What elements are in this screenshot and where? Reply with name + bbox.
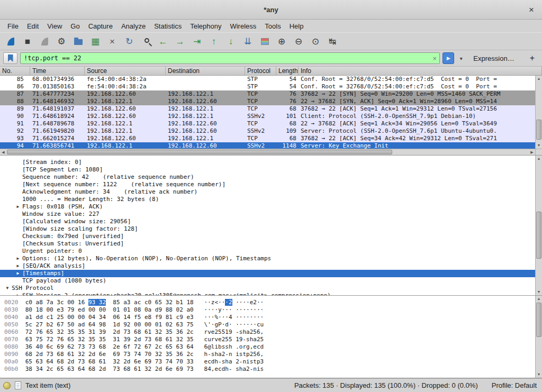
scroll-up-icon[interactable]: ▲: [536, 156, 542, 162]
zoom-in-button[interactable]: ⊕: [273, 34, 290, 49]
column-header-source[interactable]: Source: [85, 67, 166, 75]
start-capture-button[interactable]: [2, 34, 19, 49]
column-header-no[interactable]: No.: [0, 67, 30, 75]
hex-vscrollbar[interactable]: ▲ ▼: [535, 296, 542, 378]
colorize-button[interactable]: [256, 34, 273, 49]
menu-help[interactable]: Help: [285, 21, 308, 32]
detail-line[interactable]: ▶[SEQ/ACK analysis]: [0, 262, 535, 270]
hex-row[interactable]: 0080 36 40 6c 69 62 73 73 68 2e 6f 72 67…: [4, 343, 535, 351]
go-forward-button[interactable]: →: [171, 34, 188, 49]
expand-icon[interactable]: ▶: [14, 203, 22, 211]
detail-line[interactable]: [Stream index: 0]: [0, 159, 535, 166]
go-top-button[interactable]: ↑: [205, 34, 222, 49]
expert-info-icon[interactable]: [3, 382, 11, 389]
packet-list-hscrollbar[interactable]: ◀ ▶: [0, 149, 535, 155]
filter-dropdown-icon[interactable]: ▾: [457, 52, 465, 64]
detail-line[interactable]: ▶SSH Version 2 (encryption:chacha20-poly…: [0, 292, 535, 295]
packet-row[interactable]: 8771.647777234192.168.122.60192.168.122.…: [0, 90, 535, 98]
open-file-button[interactable]: [70, 34, 87, 49]
column-header-destination[interactable]: Destination: [166, 67, 245, 75]
packet-row[interactable]: 9371.662015274192.168.122.60192.168.122.…: [0, 135, 535, 142]
menu-go[interactable]: Go: [66, 21, 84, 32]
menu-wireless[interactable]: Wireless: [225, 21, 260, 32]
detail-line[interactable]: Checksum: 0x79ed [unverified]: [0, 233, 535, 240]
go-back-button[interactable]: ←: [155, 34, 171, 49]
scroll-up-icon[interactable]: ▲: [536, 76, 542, 82]
hex-row[interactable]: 0050 5c 27 b2 67 50 ad 64 98 1d 92 00 00…: [4, 321, 535, 329]
zoom-out-button[interactable]: ⊖: [290, 34, 307, 49]
menu-file[interactable]: File: [3, 21, 23, 32]
detail-line[interactable]: ▶[Timestamps]: [0, 270, 535, 277]
column-header-protocol[interactable]: Protocol: [245, 67, 276, 75]
clear-filter-icon[interactable]: ×: [430, 54, 439, 62]
profile-label[interactable]: Profile: Default: [492, 381, 537, 389]
apply-filter-button[interactable]: ▶: [442, 52, 454, 64]
expression-button[interactable]: Expression…: [468, 54, 519, 62]
hex-row[interactable]: 0020 c0 a8 7a 3c 00 16 93 32 85 a3 ac c0…: [4, 299, 535, 306]
packet-row[interactable]: 8971.648191037192.168.122.60192.168.122.…: [0, 105, 535, 113]
expand-icon[interactable]: ▶: [14, 270, 22, 277]
capture-comment-icon[interactable]: [15, 381, 21, 389]
detail-line[interactable]: [Calculated window size: 29056]: [0, 218, 535, 225]
scroll-thumb[interactable]: [536, 212, 541, 259]
scroll-thumb[interactable]: [536, 303, 541, 337]
packet-row[interactable]: 9171.648789678192.168.122.1192.168.122.6…: [0, 120, 535, 127]
scroll-up-icon[interactable]: ▲: [536, 296, 542, 302]
packet-row[interactable]: 8871.648146932192.168.122.1192.168.122.6…: [0, 98, 535, 105]
hex-row[interactable]: 0040 a1 dd c1 25 00 00 04 34 06 14 f5 e8…: [4, 314, 535, 321]
auto-scroll-button[interactable]: ⇊: [239, 34, 256, 49]
menu-view[interactable]: View: [43, 21, 66, 32]
packet-row[interactable]: 8670.013850163fe:54:00:d4:38:2aSTP54Conf…: [0, 83, 535, 90]
expand-icon[interactable]: ▶: [14, 262, 22, 270]
detail-line[interactable]: Sequence number: 42 (relative sequence n…: [0, 174, 535, 181]
zoom-reset-button[interactable]: ⊙: [307, 34, 324, 49]
capture-options-button[interactable]: ⚙: [53, 34, 70, 49]
menu-analyze[interactable]: Analyze: [117, 21, 150, 32]
expand-icon[interactable]: ▶: [14, 255, 22, 262]
scroll-down-icon[interactable]: ▼: [536, 371, 542, 378]
detail-line[interactable]: TCP payload (1080 bytes): [0, 277, 535, 285]
menu-capture[interactable]: Capture: [84, 21, 117, 32]
resize-columns-button[interactable]: ↹: [324, 34, 341, 49]
hex-row[interactable]: 0030 80 18 00 e3 79 ed 00 00 01 01 08 0a…: [4, 306, 535, 314]
scroll-thumb[interactable]: [536, 120, 541, 140]
hex-row[interactable]: 0070 63 75 72 76 65 32 35 35 31 39 2d 73…: [4, 336, 535, 343]
close-icon[interactable]: ×: [525, 4, 538, 16]
goto-packet-button[interactable]: ⇥: [188, 34, 205, 49]
packet-row[interactable]: 9071.648618924192.168.122.60192.168.122.…: [0, 113, 535, 120]
packet-row[interactable]: 9271.661949820192.168.122.1192.168.122.6…: [0, 127, 535, 135]
column-header-info[interactable]: Info: [299, 67, 542, 75]
hex-row[interactable]: 00a0 65 63 64 68 2d 73 68 61 32 2d 6e 69…: [4, 358, 535, 366]
menu-tools[interactable]: Tools: [260, 21, 285, 32]
packet-row[interactable]: 9471.663856741192.168.122.1192.168.122.6…: [0, 142, 535, 149]
restart-capture-button[interactable]: [36, 34, 53, 49]
detail-line[interactable]: Urgent pointer: 0: [0, 248, 535, 255]
expand-icon[interactable]: ▶: [14, 292, 22, 295]
add-filter-button[interactable]: +: [527, 53, 538, 63]
reload-button[interactable]: ↻: [121, 34, 138, 49]
detail-line[interactable]: 1000 .... = Header Length: 32 bytes (8): [0, 196, 535, 203]
scroll-down-icon[interactable]: ▼: [536, 289, 542, 295]
save-file-button[interactable]: ▦: [87, 34, 104, 49]
detail-line[interactable]: [Window size scaling factor: 128]: [0, 225, 535, 233]
column-header-time[interactable]: Time: [30, 67, 85, 75]
stop-capture-button[interactable]: ■: [19, 34, 36, 49]
packet-row[interactable]: 8568.001734936fe:54:00:d4:38:2aSTP54Conf…: [0, 76, 535, 83]
detail-line[interactable]: [TCP Segment Len: 1080]: [0, 166, 535, 174]
column-header-length[interactable]: Length: [276, 67, 299, 75]
filter-bookmark-button[interactable]: [3, 52, 17, 64]
detail-line[interactable]: [Next sequence number: 1122 (relative se…: [0, 181, 535, 188]
menu-telephony[interactable]: Telephony: [186, 21, 225, 32]
detail-line[interactable]: ▶Flags: 0x018 (PSH, ACK): [0, 203, 535, 211]
menu-statistics[interactable]: Statistics: [150, 21, 186, 32]
scroll-right-icon[interactable]: ▶: [529, 149, 535, 155]
scroll-thumb[interactable]: [7, 150, 392, 154]
display-filter-input[interactable]: [21, 54, 430, 62]
close-file-button[interactable]: ×: [104, 34, 121, 49]
detail-line[interactable]: ▼SSH Protocol: [0, 285, 535, 292]
details-vscrollbar[interactable]: ▲ ▼: [535, 156, 542, 295]
hex-row[interactable]: 0090 68 2d 73 68 61 32 2d 6e 69 73 74 70…: [4, 351, 535, 358]
packet-list-vscrollbar[interactable]: ▲ ▼: [535, 76, 542, 149]
detail-line[interactable]: [Checksum Status: Unverified]: [0, 240, 535, 248]
detail-line[interactable]: ▶Options: (12 bytes), No-Operation (NOP)…: [0, 255, 535, 262]
